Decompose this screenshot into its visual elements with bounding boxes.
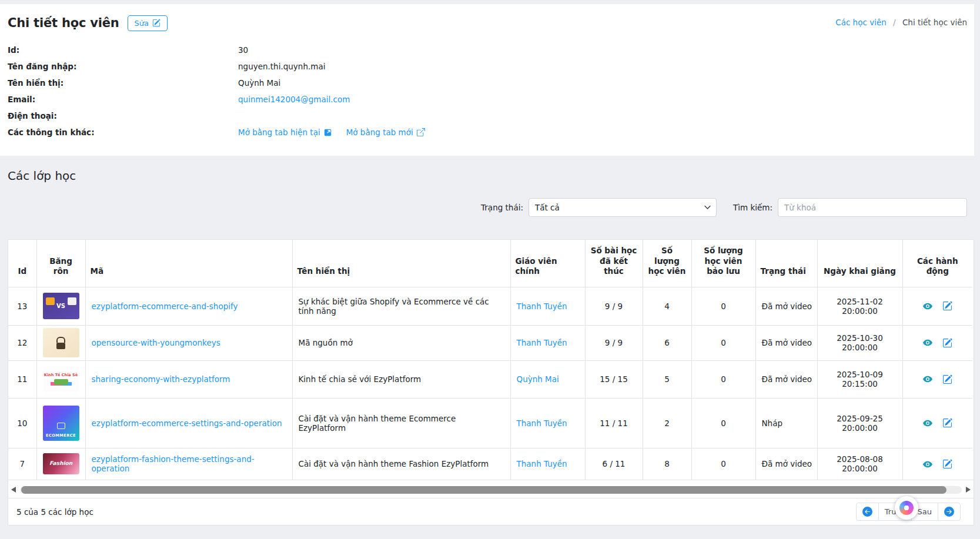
open-current-tab-link[interactable]: Mở bằng tab hiện tại: [238, 128, 332, 137]
actions-cell: [902, 325, 972, 360]
student-count-cell: 6: [643, 325, 691, 360]
edit-student-button[interactable]: Sửa: [128, 15, 168, 31]
teacher-link[interactable]: Thanh Tuyền: [517, 419, 567, 428]
detail-value: quinmei142004@gmail.com: [238, 95, 350, 104]
status-cell: Đã mở video: [755, 448, 817, 480]
class-row: 7Fashionezyplatform-fashion-theme-settin…: [8, 448, 972, 480]
class-banner-cell: Kinh Tế Chia Sẻ: [36, 360, 85, 398]
start-date-cell: 2025-10-09 20:15:00: [817, 360, 902, 398]
page-title: Chi tiết học viên: [8, 16, 119, 30]
status-cell: Đã mở video: [755, 325, 817, 360]
class-banner-image: Fashion: [43, 453, 79, 474]
column-header: Số bài học đã kết thúc: [585, 240, 643, 287]
view-class-button[interactable]: [922, 374, 933, 384]
view-class-button[interactable]: [922, 302, 933, 311]
detail-row: Tên hiển thị:Quỳnh Mai: [8, 75, 967, 91]
last-page-button[interactable]: [938, 503, 961, 521]
scroll-right-arrow[interactable]: [966, 487, 971, 493]
finished-lessons-cell: 9 / 9: [585, 287, 643, 325]
actions-cell: [902, 448, 972, 480]
student-detail-panel: Chi tiết học viên Sửa Các học viên / Chi…: [0, 4, 974, 156]
teacher-cell: Thanh Tuyền: [510, 448, 585, 480]
reserved-count-cell: 0: [691, 448, 755, 480]
open-new-tab-link[interactable]: Mở bằng tab mới: [346, 128, 425, 137]
edit-class-button[interactable]: [942, 459, 952, 469]
class-code-link[interactable]: sharing-economy-with-ezyplatform: [92, 374, 230, 384]
start-date-cell: 2025-09-25 20:00:00: [817, 398, 902, 448]
teacher-link[interactable]: Thanh Tuyền: [517, 338, 567, 347]
class-banner-image: [43, 328, 79, 357]
table-footer: 5 của 5 các lớp học Trước Sau: [8, 498, 974, 525]
student-count-cell: 2: [643, 398, 691, 448]
class-code-link[interactable]: ezyplatform-ecommerce-settings-and-opera…: [92, 419, 282, 428]
status-filter-select[interactable]: Tất cả: [529, 198, 717, 217]
detail-label: Điện thoại:: [8, 111, 238, 120]
first-page-button[interactable]: [856, 503, 879, 521]
teacher-link[interactable]: Thanh Tuyền: [517, 302, 567, 311]
column-header: Băng rôn: [36, 240, 85, 287]
search-input[interactable]: [778, 198, 967, 217]
class-row: 12opensource-with-youngmonkeysMã nguồn m…: [8, 325, 972, 360]
student-count-cell: 4: [643, 287, 691, 325]
view-class-button[interactable]: [922, 338, 933, 347]
class-code-link[interactable]: ezyplatform-ecommerce-and-shopify: [92, 302, 238, 311]
class-code-cell: opensource-with-youngmonkeys: [85, 325, 292, 360]
class-id-cell: 12: [8, 325, 36, 360]
email-link[interactable]: quinmei142004@gmail.com: [238, 95, 350, 104]
class-name-cell: Sự khác biệt giữa Shopify và Ecommerce v…: [292, 287, 510, 325]
horizontal-scrollbar: [11, 485, 971, 494]
detail-value: 30: [238, 45, 248, 55]
teacher-link[interactable]: Quỳnh Mai: [517, 374, 559, 384]
column-header: Mã: [85, 240, 292, 287]
edit-class-button[interactable]: [942, 338, 952, 348]
result-count: 5 của 5 các lớp học: [16, 507, 93, 517]
column-header: Trạng thái: [755, 240, 817, 287]
start-date-cell: 2025-11-02 20:00:00: [817, 287, 902, 325]
status-select-wrap: Tất cả: [529, 198, 717, 217]
edit-button-label: Sửa: [135, 19, 149, 28]
scroll-left-arrow[interactable]: [11, 487, 16, 493]
breadcrumb-students-link[interactable]: Các học viên: [835, 18, 887, 27]
class-banner-cell: [36, 325, 85, 360]
edit-class-button[interactable]: [942, 418, 952, 428]
status-filter-label: Trạng thái:: [481, 203, 523, 212]
class-name-cell: Cài đặt và vận hành theme Fashion EzyPla…: [292, 448, 510, 480]
student-count-cell: 8: [643, 448, 691, 480]
view-class-button[interactable]: [922, 460, 933, 469]
class-code-link[interactable]: ezyplatform-fashion-theme-settings-and-o…: [92, 454, 255, 473]
class-code-cell: ezyplatform-ecommerce-and-shopify: [85, 287, 292, 325]
detail-value: Quỳnh Mai: [238, 78, 280, 88]
column-header: Tên hiển thị: [292, 240, 510, 287]
start-date-cell: 2025-08-08 20:00:00: [817, 448, 902, 480]
finished-lessons-cell: 11 / 11: [585, 398, 643, 448]
breadcrumb: Các học viên / Chi tiết học viên: [835, 18, 967, 27]
scrollbar-track[interactable]: [20, 486, 962, 494]
detail-value-text: 30: [238, 45, 248, 55]
banner-label: Fashion: [49, 461, 72, 467]
class-row: 10ECOMMERCEezyplatform-ecommerce-setting…: [8, 398, 972, 448]
edit-icon: [152, 19, 160, 27]
actions-cell: [902, 287, 972, 325]
class-banner-cell: Fashion: [36, 448, 85, 480]
banner-label: VS: [56, 303, 65, 309]
reserved-count-cell: 0: [691, 398, 755, 448]
tab-link-label: Mở bằng tab hiện tại: [238, 128, 320, 137]
class-id-cell: 11: [8, 360, 36, 398]
detail-label: Id:: [8, 45, 238, 55]
teacher-link[interactable]: Thanh Tuyền: [517, 459, 567, 468]
view-class-button[interactable]: [922, 419, 933, 428]
status-cell: Đã mở video: [755, 360, 817, 398]
edit-class-button[interactable]: [942, 301, 952, 311]
breadcrumb-separator: /: [893, 18, 896, 27]
detail-row: Tên đăng nhập:nguyen.thi.quynh.mai: [8, 58, 967, 75]
chat-widget-button[interactable]: [895, 496, 918, 520]
detail-label: Email:: [8, 95, 238, 104]
teacher-cell: Quỳnh Mai: [510, 360, 585, 398]
edit-class-button[interactable]: [942, 374, 952, 384]
detail-value: Mở bằng tab hiện tạiMở bằng tab mới: [238, 128, 439, 137]
detail-value: nguyen.thi.quynh.mai: [238, 62, 325, 71]
column-header: Giáo viên chính: [510, 240, 585, 287]
class-code-link[interactable]: opensource-with-youngmonkeys: [92, 338, 220, 347]
class-name-cell: Kinh tế chia sẻ với EzyPlatform: [292, 360, 510, 398]
scrollbar-thumb[interactable]: [21, 486, 946, 494]
